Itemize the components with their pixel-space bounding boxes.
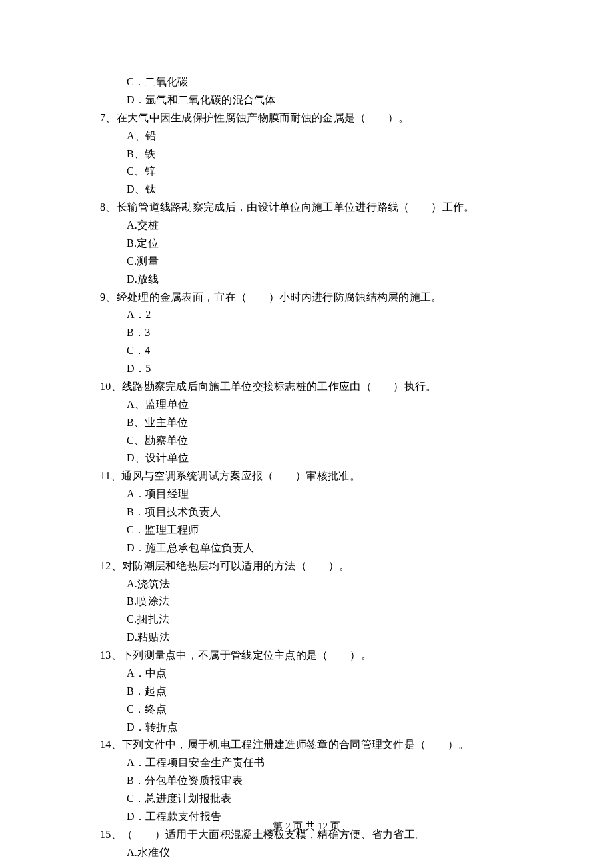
options-block: A、铅 B、铁 C、锌 D、钛: [100, 127, 526, 199]
options-block: A.交桩 B.定位 C.测量 D.放线: [100, 217, 526, 289]
option-item: C.捆扎法: [127, 611, 526, 629]
option-item: B．起点: [127, 683, 526, 701]
option-item: C.测量: [127, 253, 526, 271]
question-text: 10、线路勘察完成后向施工单位交接标志桩的工作应由（ ）执行。: [100, 378, 526, 396]
option-item: D.放线: [127, 271, 526, 289]
option-item: A．2: [127, 306, 526, 324]
option-item: D、钛: [127, 181, 526, 199]
option-item: A.浇筑法: [127, 575, 526, 593]
question-stem: 线路勘察完成后向施工单位交接标志桩的工作应由（ ）执行。: [122, 381, 437, 392]
question-stem: 通风与空调系统调试方案应报（ ）审核批准。: [121, 470, 360, 481]
question-11: 11、通风与空调系统调试方案应报（ ）审核批准。 A．项目经理 B．项目技术负责…: [100, 467, 526, 557]
option-item: B．项目技术负责人: [127, 503, 526, 521]
question-number: 8、: [100, 201, 117, 213]
option-item: A．工程项目安全生产责任书: [127, 754, 526, 772]
option-item: A.水准仪: [127, 844, 526, 862]
option-item: A.交桩: [127, 217, 526, 235]
question-number: 14、: [100, 739, 122, 750]
option-item: C．监理工程师: [127, 521, 526, 539]
options-block: A．项目经理 B．项目技术负责人 C．监理工程师 D．施工总承包单位负责人: [100, 485, 526, 557]
question-text: 13、下列测量点中，不属于管线定位主点的是（ ）。: [100, 647, 526, 665]
question-8: 8、长输管道线路勘察完成后，由设计单位向施工单位进行路线（ ）工作。 A.交桩 …: [100, 199, 526, 288]
question-7: 7、在大气中因生成保护性腐蚀产物膜而耐蚀的金属是（ ）。 A、铅 B、铁 C、锌…: [100, 109, 526, 199]
question-stem: 经处理的金属表面，宜在（ ）小时内进行防腐蚀结构层的施工。: [117, 291, 442, 303]
option-item: D．施工总承包单位负责人: [127, 539, 526, 557]
question-number: 7、: [100, 112, 117, 123]
question-number: 10、: [100, 381, 122, 392]
option-item: C、锌: [127, 163, 526, 181]
question-text: 7、在大气中因生成保护性腐蚀产物膜而耐蚀的金属是（ ）。: [100, 109, 526, 127]
option-item: D.粘贴法: [127, 629, 526, 647]
options-block: A．中点 B．起点 C．终点 D．转折点: [100, 665, 526, 737]
option-item: A、监理单位: [127, 396, 526, 414]
question-stem: 长输管道线路勘察完成后，由设计单位向施工单位进行路线（ ）工作。: [117, 201, 475, 213]
page-footer: 第 2 页 共 12 页: [0, 818, 613, 835]
leading-options-block: C．二氧化碳 D．氩气和二氧化碳的混合气体: [100, 73, 526, 109]
option-item: B、铁: [127, 145, 526, 163]
question-12: 12、对防潮层和绝热层均可以适用的方法（ ）。 A.浇筑法 B.喷涂法 C.捆扎…: [100, 557, 526, 647]
document-content: C．二氧化碳 D．氩气和二氧化碳的混合气体 7、在大气中因生成保护性腐蚀产物膜而…: [100, 73, 526, 862]
option-item: D．氩气和二氧化碳的混合气体: [127, 91, 526, 109]
question-stem: 对防潮层和绝热层均可以适用的方法（ ）。: [122, 560, 350, 571]
question-number: 12、: [100, 560, 122, 571]
question-9: 9、经处理的金属表面，宜在（ ）小时内进行防腐蚀结构层的施工。 A．2 B．3 …: [100, 289, 526, 378]
option-item: B、业主单位: [127, 414, 526, 432]
question-text: 9、经处理的金属表面，宜在（ ）小时内进行防腐蚀结构层的施工。: [100, 289, 526, 307]
option-item: B．分包单位资质报审表: [127, 772, 526, 790]
question-number: 9、: [100, 291, 117, 303]
option-item: B.喷涂法: [127, 593, 526, 611]
option-item: A、铅: [127, 127, 526, 145]
option-item: B.定位: [127, 235, 526, 253]
option-item: A．项目经理: [127, 485, 526, 503]
question-text: 8、长输管道线路勘察完成后，由设计单位向施工单位进行路线（ ）工作。: [100, 199, 526, 217]
question-number: 13、: [100, 649, 122, 661]
options-block: A．2 B．3 C．4 D．5: [100, 306, 526, 378]
option-item: D．转折点: [127, 719, 526, 737]
options-block: A．工程项目安全生产责任书 B．分包单位资质报审表 C．总进度计划报批表 D．工…: [100, 754, 526, 826]
option-item: C．终点: [127, 701, 526, 719]
question-text: 12、对防潮层和绝热层均可以适用的方法（ ）。: [100, 557, 526, 575]
question-stem: 下列文件中，属于机电工程注册建造师签章的合同管理文件是（ ）。: [122, 739, 470, 750]
question-10: 10、线路勘察完成后向施工单位交接标志桩的工作应由（ ）执行。 A、监理单位 B…: [100, 378, 526, 467]
option-item: D、设计单位: [127, 449, 526, 467]
option-item: C、勘察单位: [127, 432, 526, 450]
option-item: C．总进度计划报批表: [127, 790, 526, 808]
question-stem: 在大气中因生成保护性腐蚀产物膜而耐蚀的金属是（ ）。: [117, 112, 410, 123]
question-13: 13、下列测量点中，不属于管线定位主点的是（ ）。 A．中点 B．起点 C．终点…: [100, 647, 526, 736]
option-item: B．3: [127, 324, 526, 342]
question-number: 11、: [100, 470, 121, 481]
options-block: A.浇筑法 B.喷涂法 C.捆扎法 D.粘贴法: [100, 575, 526, 647]
options-block: A.水准仪: [100, 844, 526, 862]
question-text: 11、通风与空调系统调试方案应报（ ）审核批准。: [100, 467, 526, 485]
option-item: C．二氧化碳: [127, 73, 526, 91]
option-item: A．中点: [127, 665, 526, 683]
options-block: A、监理单位 B、业主单位 C、勘察单位 D、设计单位: [100, 396, 526, 468]
question-text: 14、下列文件中，属于机电工程注册建造师签章的合同管理文件是（ ）。: [100, 736, 526, 754]
question-stem: 下列测量点中，不属于管线定位主点的是（ ）。: [122, 649, 372, 661]
option-item: D．5: [127, 360, 526, 378]
option-item: C．4: [127, 342, 526, 360]
question-14: 14、下列文件中，属于机电工程注册建造师签章的合同管理文件是（ ）。 A．工程项…: [100, 736, 526, 825]
